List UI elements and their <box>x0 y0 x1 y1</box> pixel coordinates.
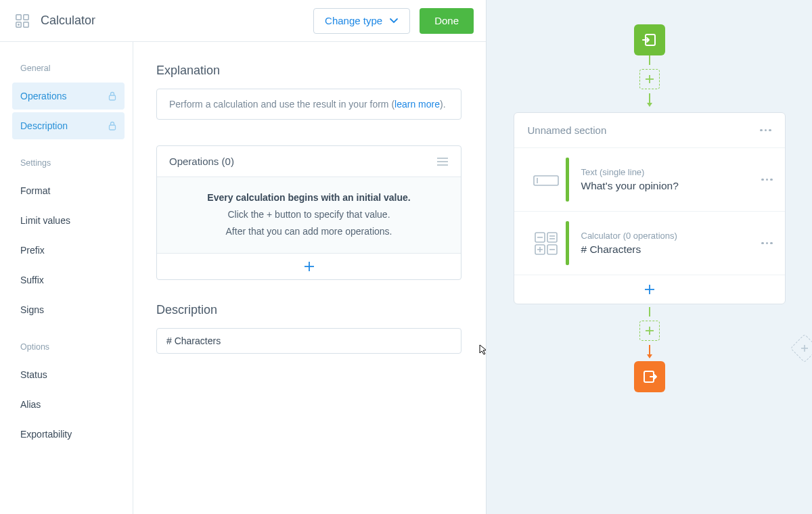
enter-icon <box>641 32 658 48</box>
sidebar-item-label: Limit values <box>20 215 70 226</box>
description-title: Description <box>156 303 461 317</box>
mouse-cursor-icon <box>478 344 486 355</box>
section-name[interactable]: Unnamed section <box>528 124 607 136</box>
svg-rect-1 <box>24 14 28 19</box>
svg-rect-6 <box>110 95 116 100</box>
editor-header: Calculator Change type Done <box>0 0 486 42</box>
lock-icon <box>108 121 116 131</box>
sidebar-item-signs[interactable]: Signs <box>12 296 125 323</box>
svg-rect-7 <box>110 125 116 130</box>
settings-sidebar: General Operations Description Settings … <box>0 42 133 514</box>
end-node[interactable] <box>634 361 665 392</box>
operations-empty-line3: After that you can add more operations. <box>171 223 447 240</box>
operations-title: Operations (0) <box>169 156 234 167</box>
learn-more-link[interactable]: learn more <box>394 99 440 110</box>
change-type-button[interactable]: Change type <box>313 8 410 34</box>
done-button[interactable]: Done <box>420 8 474 34</box>
description-input[interactable] <box>156 328 461 354</box>
sidebar-item-status[interactable]: Status <box>12 361 125 388</box>
operations-empty-line1: Every calculation begins with an initial… <box>171 189 447 206</box>
svg-rect-20 <box>547 233 557 242</box>
calculator-icon <box>15 14 30 28</box>
operations-panel: Operations (0) Every calculation begins … <box>156 145 461 280</box>
sidebar-item-format[interactable]: Format <box>12 177 125 204</box>
hamburger-icon[interactable] <box>436 157 449 166</box>
insert-after-drop-zone[interactable] <box>639 321 660 341</box>
add-operation-button[interactable] <box>157 254 461 279</box>
plus-icon <box>800 344 809 352</box>
sidebar-item-exportability[interactable]: Exportability <box>12 421 125 448</box>
explanation-title: Explanation <box>156 64 461 78</box>
operations-empty-state: Every calculation begins with an initial… <box>157 177 461 254</box>
sidebar-item-label: Operations <box>20 91 66 101</box>
field-label: # Characters <box>581 243 762 256</box>
exit-icon <box>641 369 658 385</box>
start-node[interactable] <box>634 24 665 55</box>
sidebar-item-alias[interactable]: Alias <box>12 391 125 418</box>
sidebar-item-prefix[interactable]: Prefix <box>12 237 125 264</box>
operations-empty-line2: Click the + button to specify that value… <box>171 206 447 223</box>
sidebar-item-label: Prefix <box>20 245 45 256</box>
plus-icon <box>644 284 655 295</box>
side-drop-zone[interactable] <box>790 334 812 363</box>
sidebar-item-label: Alias <box>20 399 41 410</box>
main-panel: Explanation Perform a calculation and us… <box>133 42 486 514</box>
field-label: What's your opinion? <box>581 180 762 192</box>
lock-icon <box>108 91 116 101</box>
sidebar-item-label: Exportability <box>20 429 72 440</box>
sidebar-item-operations[interactable]: Operations <box>12 83 125 110</box>
chevron-down-icon <box>389 18 399 24</box>
sidebar-group-options: Options <box>20 342 125 352</box>
add-field-button[interactable] <box>514 275 785 304</box>
sidebar-item-limit-values[interactable]: Limit values <box>12 207 125 234</box>
field-type: Text (single line) <box>581 167 762 177</box>
plus-icon <box>304 261 315 272</box>
plus-icon <box>645 74 654 84</box>
explanation-text: Perform a calculation and use the result… <box>169 99 394 110</box>
editor-title: Calculator <box>41 14 313 28</box>
sidebar-item-label: Suffix <box>20 275 44 285</box>
form-preview-panel: Unnamed section Text (single line) What'… <box>487 0 812 514</box>
field-type: Calculator (0 operations) <box>581 231 762 241</box>
sidebar-item-label: Format <box>20 185 50 196</box>
field-row-calculator[interactable]: Calculator (0 operations) # Characters <box>514 212 785 275</box>
explanation-box: Perform a calculation and use the result… <box>156 89 461 120</box>
sidebar-item-label: Signs <box>20 304 44 315</box>
plus-icon <box>645 326 654 335</box>
sidebar-item-label: Description <box>20 120 68 131</box>
sidebar-item-description[interactable]: Description <box>12 112 125 139</box>
sidebar-item-label: Status <box>20 369 47 380</box>
explanation-tail: ). <box>440 99 446 110</box>
section-card: Unnamed section Text (single line) What'… <box>514 112 786 304</box>
sidebar-group-settings: Settings <box>20 158 125 168</box>
change-type-label: Change type <box>325 15 382 26</box>
field-menu-button[interactable] <box>761 242 773 245</box>
svg-rect-0 <box>16 14 21 19</box>
field-menu-button[interactable] <box>761 179 773 181</box>
sidebar-group-general: General <box>20 64 125 73</box>
field-row-text[interactable]: Text (single line) What's your opinion? <box>514 148 785 212</box>
insert-before-drop-zone[interactable] <box>639 69 660 89</box>
sidebar-item-suffix[interactable]: Suffix <box>12 266 125 294</box>
section-menu-button[interactable] <box>760 129 771 132</box>
svg-rect-3 <box>24 22 28 26</box>
calculator-field-icon <box>534 231 558 256</box>
text-input-icon <box>533 172 559 187</box>
